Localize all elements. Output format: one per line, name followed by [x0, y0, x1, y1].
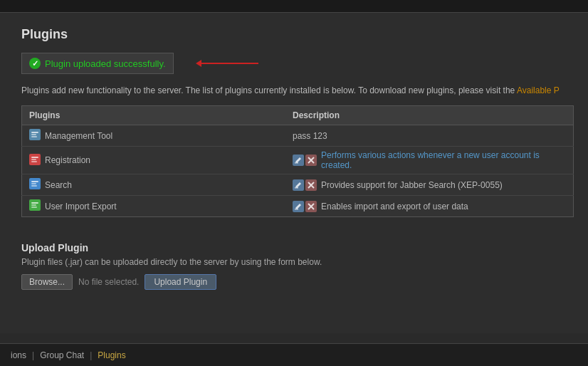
available-plugins-link[interactable]: Available P	[517, 85, 560, 95]
no-file-label: No file selected.	[78, 277, 139, 287]
svg-rect-12	[31, 181, 38, 182]
plugin-name-cell: Registration	[29, 154, 278, 167]
arrow-indicator	[196, 60, 258, 67]
svg-rect-13	[31, 183, 36, 184]
upload-plugin-button[interactable]: Upload Plugin	[145, 274, 216, 290]
footer-link-plugins[interactable]: Plugins	[98, 350, 125, 360]
svg-rect-20	[31, 204, 36, 206]
svg-rect-23	[295, 209, 298, 210]
plugin-description: Enables import and export of user data	[321, 202, 468, 211]
table-row: Search Provides support for Jabber Searc…	[22, 174, 574, 196]
plugin-name: Search	[45, 180, 72, 190]
plugin-icon-search	[29, 178, 41, 192]
footer-separator-1: |	[32, 350, 34, 360]
plugins-table: Plugins Description Management Tool pass…	[21, 105, 574, 217]
browse-button[interactable]: Browse...	[21, 274, 73, 290]
edit-icon[interactable]	[293, 155, 304, 166]
delete-icon[interactable]	[305, 155, 317, 166]
action-icons	[293, 201, 317, 212]
svg-rect-9	[295, 162, 298, 164]
svg-rect-1	[31, 132, 38, 133]
action-icons	[293, 155, 317, 166]
upload-section: Upload Plugin Plugin files (.jar) can be…	[21, 235, 574, 290]
svg-rect-5	[31, 157, 38, 158]
top-bar	[0, 0, 588, 13]
svg-rect-16	[295, 187, 298, 189]
delete-icon[interactable]	[305, 179, 317, 191]
footer-link-groupchat[interactable]: Group Chat	[40, 350, 84, 360]
plugin-name: Management Tool	[45, 131, 112, 141]
svg-rect-6	[31, 159, 36, 160]
plugin-icon-reg	[29, 154, 41, 167]
success-text: Plugin uploaded successfully.	[45, 58, 166, 69]
col-header-description: Description	[285, 106, 574, 125]
arrow-line	[201, 63, 258, 64]
plugin-icon-tool	[29, 129, 41, 142]
svg-rect-2	[31, 134, 36, 135]
footer-link-sessions[interactable]: ions	[11, 350, 26, 360]
edit-icon[interactable]	[293, 179, 304, 191]
svg-rect-14	[31, 185, 37, 187]
plugin-name-cell: Search	[29, 178, 278, 192]
edit-icon[interactable]	[293, 201, 304, 212]
table-row: User Import Export Enables import and ex…	[22, 196, 574, 217]
footer-bar: ions | Group Chat | Plugins	[0, 343, 588, 366]
description-text: Plugins add new functionality to the ser…	[21, 84, 574, 97]
footer-separator-2: |	[90, 350, 92, 360]
table-row: Registration Performs various actions wh…	[22, 147, 574, 174]
plugin-description: pass 123	[293, 131, 327, 141]
delete-icon[interactable]	[305, 201, 317, 212]
svg-rect-21	[31, 206, 37, 208]
success-banner: ✓ Plugin uploaded successfully.	[21, 53, 174, 74]
svg-rect-3	[31, 136, 37, 137]
success-icon: ✓	[29, 58, 41, 69]
main-content: Plugins ✓ Plugin uploaded successfully. …	[0, 13, 588, 333]
svg-rect-19	[31, 202, 38, 204]
plugin-icon-import	[29, 199, 41, 213]
plugin-description: Provides support for Jabber Search (XEP-…	[321, 180, 503, 190]
plugin-name: User Import Export	[45, 202, 117, 211]
plugin-description: Performs various actions whenever a new …	[321, 150, 566, 170]
upload-title: Upload Plugin	[21, 242, 574, 253]
upload-controls: Browse... No file selected. Upload Plugi…	[21, 274, 574, 290]
page-title: Plugins	[21, 27, 574, 42]
plugin-name-cell: User Import Export	[29, 199, 278, 213]
upload-description: Plugin files (.jar) can be uploaded dire…	[21, 257, 574, 267]
plugin-name-cell: Management Tool	[29, 129, 278, 142]
table-row: Management Tool pass 123	[22, 125, 574, 147]
plugin-name: Registration	[45, 155, 90, 165]
col-header-plugins: Plugins	[22, 106, 286, 125]
arrow-head	[196, 60, 201, 67]
svg-rect-7	[31, 161, 37, 162]
action-icons	[293, 179, 317, 191]
